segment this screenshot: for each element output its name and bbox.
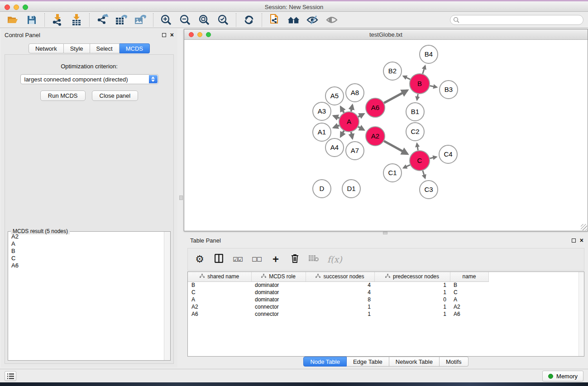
network-canvas[interactable]: B4B2BB3A8A5A6A3B1AC2A1A2A4A7C4CC1C3DD1 <box>184 40 588 231</box>
optimization-criterion-select[interactable]: largest connected component (directed) <box>20 74 158 84</box>
edge-B-B4[interactable] <box>423 66 425 74</box>
close-panel-icon[interactable]: × <box>170 33 174 37</box>
edge-A6-B[interactable] <box>384 91 407 103</box>
graph-node-A1[interactable]: A1 <box>313 123 331 141</box>
graph-node-C1[interactable]: C1 <box>383 164 402 182</box>
import-network-icon[interactable] <box>51 14 64 26</box>
edge-C-C1[interactable] <box>403 165 410 168</box>
window-resize-grip[interactable] <box>581 224 587 230</box>
deselect-all-columns-icon[interactable]: ☐☐ <box>251 256 262 263</box>
tab-edge-table[interactable]: Edge Table <box>347 357 389 367</box>
graph-node-D[interactable]: D <box>313 180 331 198</box>
task-history-button[interactable] <box>5 371 16 381</box>
run-mcds-button[interactable]: Run MCDS <box>40 91 86 101</box>
save-session-icon[interactable] <box>25 14 38 26</box>
select-all-columns-icon[interactable]: ☑☑ <box>232 256 243 263</box>
graph-node-B[interactable]: B <box>410 74 430 94</box>
tab-network-table[interactable]: Network Table <box>389 357 440 367</box>
graph-node-C[interactable]: C <box>410 151 430 171</box>
column-header-successor-nodes[interactable]: successor nodes <box>306 272 374 281</box>
column-visibility-icon[interactable] <box>213 254 224 265</box>
graph-node-A7[interactable]: A7 <box>346 142 364 160</box>
edge-A-A4[interactable] <box>341 131 344 137</box>
close-panel-button[interactable]: Close panel <box>92 91 139 101</box>
zoom-out-icon[interactable] <box>179 14 191 26</box>
edge-B-B2[interactable] <box>403 76 410 79</box>
search-input[interactable] <box>450 15 583 25</box>
table-scrollbar[interactable] <box>578 272 584 356</box>
graph-node-C3[interactable]: C3 <box>420 181 438 199</box>
edge-B-B1[interactable] <box>417 94 418 100</box>
graph-node-B3[interactable]: B3 <box>440 81 458 99</box>
graph-node-A4[interactable]: A4 <box>325 138 344 157</box>
graph-node-A5[interactable]: A5 <box>325 87 344 105</box>
export-table-icon[interactable] <box>115 14 128 26</box>
export-network-icon[interactable] <box>96 14 109 26</box>
column-header-shared-name[interactable]: shared name <box>188 272 251 281</box>
import-table-icon[interactable] <box>70 14 83 26</box>
edge-B-B3[interactable] <box>430 86 437 87</box>
edge-C-C2[interactable] <box>417 143 418 150</box>
tab-select[interactable]: Select <box>90 43 120 53</box>
graph-node-A2[interactable]: A2 <box>366 127 385 146</box>
mcds-result-item[interactable]: C <box>9 254 163 262</box>
export-image-icon[interactable] <box>134 14 147 26</box>
show-graphics-details-icon[interactable] <box>325 14 338 26</box>
float-panel-icon[interactable] <box>162 33 166 37</box>
edge-C-C3[interactable] <box>423 171 425 178</box>
tab-motifs[interactable]: Motifs <box>440 357 468 367</box>
mcds-result-item[interactable]: A6 <box>9 262 163 269</box>
open-session-icon[interactable] <box>6 14 19 26</box>
column-header-MCDS-role[interactable]: MCDS role <box>251 272 306 281</box>
delete-column-trash-icon[interactable] <box>289 254 300 265</box>
mcds-result-item[interactable]: A2 <box>9 233 163 240</box>
edge-A-A5[interactable] <box>341 107 344 113</box>
table-row[interactable]: Cdominator41C <box>188 289 579 296</box>
tab-mcds[interactable]: MCDS <box>120 43 150 53</box>
zoom-in-icon[interactable] <box>160 14 172 26</box>
table-float-panel-icon[interactable] <box>572 238 576 243</box>
create-column-icon[interactable]: + <box>270 255 281 263</box>
edge-A-A6[interactable] <box>358 114 363 117</box>
table-row[interactable]: A6connector11A6 <box>188 310 579 318</box>
table-row[interactable]: Bdominator41B <box>188 281 579 289</box>
table-settings-gear-icon[interactable]: ⚙ <box>194 253 205 265</box>
graph-node-A3[interactable]: A3 <box>313 102 331 120</box>
mcds-result-item[interactable]: A <box>9 240 163 247</box>
edge-A-A2[interactable] <box>358 127 364 130</box>
graph-node-C2[interactable]: C2 <box>406 123 424 141</box>
mcds-result-item[interactable]: B <box>9 247 163 254</box>
table-row[interactable]: Adominator80A <box>188 296 579 303</box>
tab-style[interactable]: Style <box>64 43 90 53</box>
tab-node-table[interactable]: Node Table <box>303 357 347 367</box>
graph-node-A[interactable]: A <box>339 112 359 132</box>
edge-A-A3[interactable] <box>334 116 339 118</box>
vertical-split-handle[interactable] <box>179 195 183 200</box>
refresh-view-icon[interactable] <box>243 14 255 26</box>
edge-A-A1[interactable] <box>334 125 339 128</box>
table-row[interactable]: A2connector11A2 <box>188 303 579 310</box>
graph-node-A6[interactable]: A6 <box>366 98 385 117</box>
graph-node-C4[interactable]: C4 <box>439 145 457 163</box>
hide-panels-icon[interactable] <box>306 14 319 26</box>
graph-node-A8[interactable]: A8 <box>346 84 364 102</box>
graph-node-D1[interactable]: D1 <box>342 180 360 198</box>
zoom-fit-icon[interactable] <box>198 14 210 26</box>
mcds-result-list[interactable]: A2ABCA6 <box>9 233 163 360</box>
graph-node-B4[interactable]: B4 <box>420 45 438 63</box>
zoom-selected-icon[interactable] <box>217 14 229 26</box>
clone-network-icon[interactable] <box>268 14 281 26</box>
graph-node-B1[interactable]: B1 <box>406 103 424 121</box>
edge-A-A7[interactable] <box>351 132 353 138</box>
graph-node-B2[interactable]: B2 <box>383 62 402 80</box>
column-header-predecessor-nodes[interactable]: predecessor nodes <box>374 272 450 281</box>
show-all-panels-icon[interactable] <box>287 14 300 26</box>
tab-network[interactable]: Network <box>29 43 64 53</box>
table-close-panel-icon[interactable]: × <box>580 238 583 243</box>
memory-button[interactable]: Memory <box>542 371 583 381</box>
edge-A2-C[interactable] <box>384 141 407 154</box>
column-header-name[interactable]: name <box>450 272 488 281</box>
edge-A-A8[interactable] <box>351 105 353 111</box>
result-list-scrollbar[interactable] <box>164 232 170 360</box>
edge-C-C4[interactable] <box>430 157 436 158</box>
